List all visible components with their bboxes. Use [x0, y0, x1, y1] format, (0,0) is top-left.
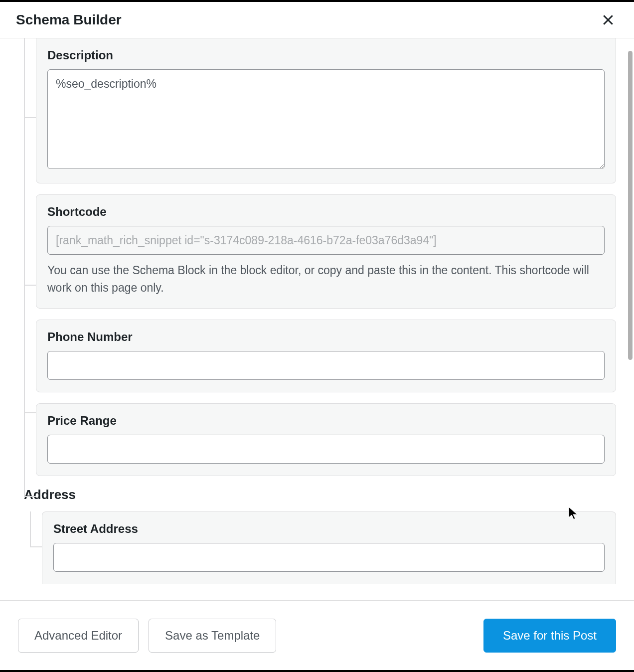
description-card: Description: [36, 38, 616, 183]
street-address-label: Street Address: [53, 522, 605, 536]
modal-body[interactable]: Description Shortcode You can use the Sc…: [0, 38, 634, 587]
scrollbar[interactable]: [627, 51, 634, 360]
address-section-label: Address: [24, 487, 616, 503]
modal-title: Schema Builder: [16, 12, 122, 28]
phone-label: Phone Number: [47, 330, 605, 344]
modal-footer: Advanced Editor Save as Template Save fo…: [0, 600, 634, 670]
price-range-label: Price Range: [47, 414, 605, 428]
close-icon: [601, 12, 616, 27]
tree-line: [24, 38, 36, 476]
shortcode-label: Shortcode: [47, 205, 605, 219]
modal-header: Schema Builder: [0, 2, 634, 38]
save-as-template-button[interactable]: Save as Template: [149, 619, 276, 653]
footer-left-buttons: Advanced Editor Save as Template: [18, 619, 276, 653]
description-textarea[interactable]: [47, 69, 605, 169]
price-range-input[interactable]: [47, 435, 605, 464]
shortcode-input[interactable]: [47, 226, 605, 255]
scrollbar-thumb[interactable]: [628, 51, 633, 360]
address-tree-line: [24, 511, 36, 584]
phone-input[interactable]: [47, 351, 605, 380]
advanced-editor-button[interactable]: Advanced Editor: [18, 619, 139, 653]
price-range-card: Price Range: [36, 403, 616, 476]
bottom-border: [0, 670, 634, 672]
shortcode-card: Shortcode You can use the Schema Block i…: [36, 194, 616, 309]
close-button[interactable]: [598, 10, 618, 30]
description-label: Description: [47, 48, 605, 62]
street-address-card: Street Address: [42, 511, 616, 584]
phone-card: Phone Number: [36, 320, 616, 392]
street-address-input[interactable]: [53, 543, 605, 572]
save-for-post-button[interactable]: Save for this Post: [483, 619, 616, 653]
shortcode-help-text: You can use the Schema Block in the bloc…: [47, 262, 605, 296]
